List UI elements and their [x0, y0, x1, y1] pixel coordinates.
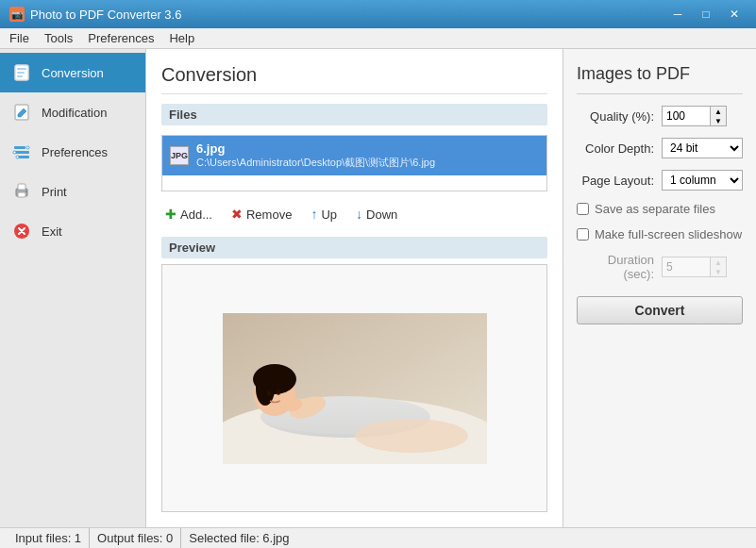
print-icon [11, 181, 32, 202]
status-output-files: Output files: 0 [90, 528, 181, 548]
svg-point-20 [355, 419, 468, 453]
preview-image [223, 313, 487, 464]
convert-button[interactable]: Convert [577, 296, 743, 324]
up-icon: ↑ [311, 207, 317, 222]
window-controls: ─ □ ✕ [665, 6, 747, 23]
conversion-icon [11, 62, 32, 83]
file-name: 6.jpg [196, 141, 435, 156]
sidebar-item-print[interactable]: Print [0, 172, 145, 211]
remove-icon: ✖ [231, 207, 243, 222]
preview-image-container [161, 264, 547, 512]
file-path: C:\Users\Administrator\Desktop\截图\测试图片\6… [196, 156, 435, 170]
save-separate-row: Save as separate files [577, 202, 743, 216]
quality-spin-up[interactable]: ▲ [711, 107, 726, 116]
page-layout-label: Page Layout: [577, 174, 654, 188]
svg-rect-3 [17, 75, 23, 77]
page-layout-select[interactable]: 1 column 2 columns 3 columns [662, 170, 743, 191]
up-label: Up [321, 208, 337, 222]
color-depth-select[interactable]: 24 bit 8 bit 4 bit 1 bit [662, 138, 743, 158]
fullscreen-row: Make full-screen slideshow [577, 227, 743, 241]
status-input-files: Input files: 1 [8, 528, 90, 548]
files-section-header: Files [161, 104, 547, 125]
save-separate-checkbox[interactable] [577, 203, 589, 215]
close-button[interactable]: ✕ [722, 6, 747, 23]
down-label: Down [366, 208, 397, 222]
menu-preferences[interactable]: Preferences [80, 29, 161, 47]
svg-rect-8 [26, 146, 29, 149]
svg-point-26 [277, 390, 280, 395]
svg-rect-7 [18, 156, 29, 158]
preview-section-header: Preview [161, 237, 547, 258]
main-layout: Conversion Modification Preferences Prin… [0, 49, 756, 527]
file-item[interactable]: JPG 6.jpg C:\Users\Administrator\Desktop… [162, 136, 546, 175]
add-button[interactable]: ✚ Add... [161, 205, 216, 224]
remove-label: Remove [246, 208, 292, 222]
menu-help[interactable]: Help [161, 29, 202, 47]
menu-bar: File Tools Preferences Help [0, 28, 756, 49]
sidebar-item-conversion[interactable]: Conversion [0, 53, 145, 92]
duration-spin-up[interactable]: ▲ [711, 257, 726, 267]
quality-spinner: ▲ ▼ [662, 106, 727, 126]
svg-rect-2 [17, 72, 25, 74]
status-bar: Input files: 1 Output files: 0 Selected … [0, 527, 756, 548]
down-button[interactable]: ↓ Down [352, 205, 401, 224]
right-panel-title: Images to PDF [577, 64, 743, 94]
save-separate-label[interactable]: Save as separate files [595, 202, 715, 216]
sidebar-item-modification[interactable]: Modification [0, 92, 145, 132]
minimize-button[interactable]: ─ [665, 6, 690, 23]
svg-point-24 [256, 372, 275, 406]
exit-icon [11, 221, 32, 241]
sidebar-item-exit[interactable]: Exit [0, 211, 145, 251]
quality-input[interactable] [663, 107, 710, 125]
svg-rect-5 [14, 146, 25, 149]
page-layout-row: Page Layout: 1 column 2 columns 3 column… [577, 170, 743, 191]
svg-point-14 [25, 191, 27, 192]
quality-spin-down[interactable]: ▼ [711, 116, 726, 125]
svg-point-27 [279, 396, 302, 411]
duration-spinner: ▲ ▼ [662, 257, 727, 277]
color-depth-row: Color Depth: 24 bit 8 bit 4 bit 1 bit [577, 138, 743, 158]
remove-button[interactable]: ✖ Remove [227, 205, 295, 224]
modification-icon [11, 102, 32, 123]
duration-spin-buttons: ▲ ▼ [710, 257, 726, 276]
sidebar: Conversion Modification Preferences Prin… [0, 49, 146, 527]
duration-input[interactable] [663, 257, 710, 276]
sidebar-label-modification: Modification [42, 106, 107, 120]
svg-rect-1 [17, 68, 26, 70]
up-button[interactable]: ↑ Up [307, 205, 341, 224]
preview-section: Preview [161, 237, 547, 512]
app-title: Photo to PDF Converter 3.6 [30, 8, 665, 22]
add-icon: ✚ [165, 207, 176, 222]
status-selected-file: Selected file: 6.jpg [181, 528, 296, 548]
file-info: 6.jpg C:\Users\Administrator\Desktop\截图\… [196, 141, 435, 170]
duration-row: Duration (sec): ▲ ▼ [577, 253, 743, 281]
files-toolbar: ✚ Add... ✖ Remove ↑ Up ↓ Down [161, 201, 547, 227]
fullscreen-checkbox[interactable] [577, 228, 589, 241]
color-depth-label: Color Depth: [577, 141, 654, 156]
fullscreen-label[interactable]: Make full-screen slideshow [595, 227, 742, 241]
duration-spin-down[interactable]: ▼ [711, 267, 726, 276]
svg-point-25 [267, 390, 271, 396]
content-area: Conversion Files JPG 6.jpg C:\Users\Admi… [146, 49, 563, 527]
menu-tools[interactable]: Tools [37, 29, 80, 47]
menu-file[interactable]: File [2, 29, 37, 47]
add-label: Add... [180, 208, 212, 222]
quality-spin-buttons: ▲ ▼ [710, 107, 726, 125]
quality-label: Quality (%): [577, 109, 654, 124]
maximize-button[interactable]: □ [694, 6, 718, 23]
sidebar-item-preferences[interactable]: Preferences [0, 132, 145, 172]
sidebar-label-print: Print [42, 185, 67, 199]
duration-label: Duration (sec): [577, 253, 654, 281]
svg-rect-10 [16, 156, 19, 158]
title-bar: 📷 Photo to PDF Converter 3.6 ─ □ ✕ [0, 0, 756, 28]
files-list: JPG 6.jpg C:\Users\Administrator\Desktop… [161, 135, 547, 191]
content-title: Conversion [161, 64, 547, 94]
preferences-icon [11, 141, 32, 162]
svg-rect-13 [18, 192, 25, 197]
sidebar-label-preferences: Preferences [42, 145, 108, 159]
quality-row: Quality (%): ▲ ▼ [577, 106, 743, 126]
down-icon: ↓ [356, 207, 362, 222]
sidebar-label-conversion: Conversion [42, 66, 104, 80]
file-type-icon: JPG [170, 146, 189, 165]
sidebar-label-exit: Exit [42, 224, 62, 239]
